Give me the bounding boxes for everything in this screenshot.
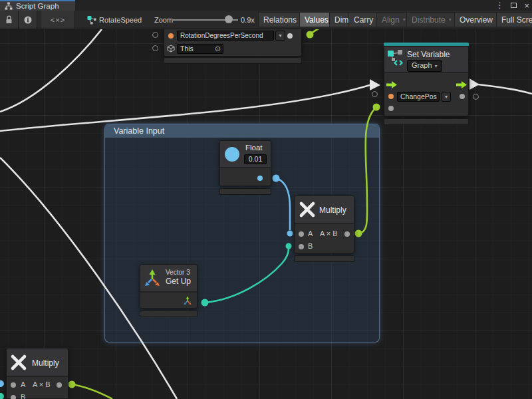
code-preview-button[interactable]: <×> xyxy=(41,11,75,29)
port-hollow[interactable] xyxy=(152,45,158,51)
vector3-icon xyxy=(143,269,162,287)
node-float-literal[interactable]: Float 0.01 xyxy=(219,140,271,186)
node-set-variable[interactable]: Set Variable Graph▾ ChangePos ▾ xyxy=(384,46,469,116)
zoom-label: Zoom xyxy=(154,16,173,24)
graph-toolbar: <×> RotateSpeed Zoom 0.9x RelationsValue… xyxy=(0,11,532,29)
zoom-value: 0.9x xyxy=(241,16,255,24)
multiply-x-icon xyxy=(10,354,27,371)
port-b[interactable] xyxy=(11,395,16,399)
node-multiply-footer[interactable] xyxy=(294,255,354,262)
toolbar-button-carry[interactable]: Carry xyxy=(348,12,378,27)
node-float-footer[interactable] xyxy=(219,188,271,195)
inspect-button[interactable] xyxy=(19,11,37,29)
port-float-output[interactable] xyxy=(257,176,263,181)
toolbar-button-relations[interactable]: Relations xyxy=(258,12,302,27)
chevron-down-icon: ▾ xyxy=(449,17,452,23)
toolbar-button-full-screen[interactable]: Full Screen xyxy=(496,12,532,27)
node-title: Multiply xyxy=(319,205,346,215)
node-vector3-footer[interactable] xyxy=(140,311,198,317)
port-hollow[interactable] xyxy=(372,91,378,97)
maximize-icon[interactable] xyxy=(511,3,517,8)
info-icon xyxy=(24,16,32,24)
node-title: Multiply xyxy=(32,358,59,368)
node-multiply-bottom[interactable]: Multiply A A × B B xyxy=(6,348,68,399)
lock-icon xyxy=(5,15,13,24)
port-variable-output[interactable] xyxy=(287,33,293,39)
port-variable-name[interactable] xyxy=(388,94,394,99)
chevron-down-icon: ▾ xyxy=(403,17,406,23)
node-header[interactable]: Multiply xyxy=(7,348,68,377)
port-a-label: A xyxy=(21,380,25,388)
chevron-down-icon: ▾ xyxy=(435,63,438,69)
flow-in-arrow-icon[interactable] xyxy=(386,81,397,88)
toolbar-button-align[interactable]: Align▾ xyxy=(376,12,411,27)
port-a[interactable] xyxy=(299,231,304,237)
toolbar-button-overview[interactable]: Overview xyxy=(454,12,498,27)
variable-name-caret-button[interactable]: ▾ xyxy=(442,92,451,102)
zoom-slider-thumb[interactable] xyxy=(225,15,233,23)
graph-reference-label[interactable]: RotateSpeed xyxy=(99,16,142,24)
node-type-label: Vector 3 xyxy=(166,269,190,276)
tab-title: Script Graph xyxy=(16,2,59,10)
node-title: Get Up xyxy=(166,277,191,286)
toolbar-button-label: Align xyxy=(382,15,400,25)
variable-name-caret-button[interactable]: ▾ xyxy=(275,31,285,41)
port-result-label: A × B xyxy=(320,229,338,237)
node-variable-ref-footer[interactable] xyxy=(164,57,302,64)
toolbar-button-label: Dim xyxy=(334,15,348,25)
node-title: Float xyxy=(245,144,263,152)
port-b[interactable] xyxy=(299,244,304,249)
chevron-down-icon: ▾ xyxy=(445,94,448,100)
code-icon: <×> xyxy=(51,16,65,24)
window-controls: ⋮ × xyxy=(495,0,529,11)
node-header[interactable]: Vector 3 Get Up xyxy=(140,265,197,293)
toolbar-button-label: Carry xyxy=(354,15,373,25)
group-header[interactable]: Variable Input xyxy=(105,124,379,138)
variable-name-select[interactable]: ChangePos xyxy=(397,92,440,102)
set-variable-icon xyxy=(387,49,404,66)
close-icon[interactable]: × xyxy=(524,1,529,10)
target-field[interactable]: This ⊙ xyxy=(177,44,223,54)
node-header[interactable]: Set Variable Graph▾ xyxy=(384,47,468,73)
group-title: Variable Input xyxy=(114,126,164,136)
port-b-label: B xyxy=(21,393,25,399)
port-result[interactable] xyxy=(344,231,350,237)
port-a-label: A xyxy=(308,229,313,237)
node-vector3-get-up[interactable]: Vector 3 Get Up xyxy=(140,264,198,309)
float-value-field[interactable]: 0.01 xyxy=(244,154,267,164)
script-graph-icon xyxy=(5,2,13,10)
node-header[interactable]: Multiply xyxy=(295,196,354,224)
toolbar-button-label: Distribute xyxy=(412,15,446,25)
target-icon[interactable]: ⊙ xyxy=(215,45,221,53)
port-a[interactable] xyxy=(11,382,16,388)
toolbar-button-label: Full Screen xyxy=(501,15,532,25)
port-input-value[interactable] xyxy=(388,106,394,111)
multiply-x-icon xyxy=(299,201,316,218)
float-type-icon xyxy=(225,147,239,162)
variable-name-select[interactable]: RotationDegreesPerSecond xyxy=(177,31,274,41)
port-result[interactable] xyxy=(57,382,62,388)
vector3-output-port-icon[interactable] xyxy=(183,296,192,305)
variable-scope-dropdown[interactable]: Graph▾ xyxy=(407,60,442,72)
port-hollow[interactable] xyxy=(152,32,158,38)
port-hollow[interactable] xyxy=(473,94,479,100)
toolbar-button-label: Overview xyxy=(460,15,493,25)
lock-button[interactable] xyxy=(0,11,19,29)
toolbar-button-label: Values xyxy=(305,15,329,25)
port-variable-name[interactable] xyxy=(168,33,174,39)
node-header[interactable]: Float 0.01 xyxy=(220,141,271,168)
node-title: Set Variable xyxy=(407,50,450,59)
node-set-variable-footer[interactable] xyxy=(384,118,469,125)
chevron-down-icon: ▾ xyxy=(279,33,281,39)
toolbar-button-distribute[interactable]: Distribute▾ xyxy=(406,12,457,27)
tab-script-graph[interactable]: Script Graph xyxy=(0,0,75,11)
node-multiply[interactable]: Multiply A A × B B xyxy=(294,196,354,253)
kebab-menu-icon[interactable]: ⋮ xyxy=(495,1,503,10)
port-output-value[interactable] xyxy=(460,94,465,99)
port-result-label: A × B xyxy=(33,380,51,388)
node-variable-ref[interactable]: RotationDegreesPerSecond ▾ This ⊙ xyxy=(164,29,302,57)
flow-out-arrow-icon[interactable] xyxy=(456,81,467,88)
graph-reference-icon xyxy=(87,15,96,25)
port-b-label: B xyxy=(308,242,313,250)
window-titlebar: Script Graph ⋮ × xyxy=(0,0,532,11)
